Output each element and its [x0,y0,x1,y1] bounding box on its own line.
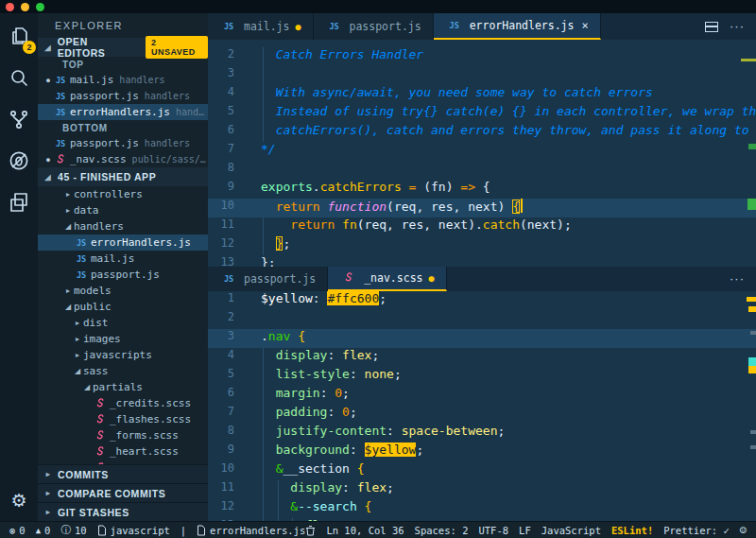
file-icon [197,525,206,536]
tree-folder-handlers[interactable]: ◢handlers [38,218,208,234]
tree-folder-models[interactable]: ▸models [38,283,208,299]
tree-folder-javascripts[interactable]: ▸javascripts [38,347,208,363]
indent-guide [263,480,264,499]
tree-file-_flashes.scss[interactable]: _flashes.scss [38,411,208,427]
tree-item-label: data [74,204,99,217]
code-editor-bottom[interactable]: 1$yellow: #ffc600;23.nav {4 display: fle… [208,291,756,521]
open-editor-item[interactable]: ●_nav.scsspublic/sass/partials [38,151,208,167]
tree-file-_forms.scss[interactable]: _forms.scss [38,427,208,443]
status-lf[interactable]: LF [519,525,531,536]
status-file[interactable]: javascript [97,525,170,536]
status-eslint[interactable]: ESLint! [611,525,653,536]
close-icon[interactable]: × [581,19,588,32]
open-editors-label: OPEN EDITORS [58,36,137,59]
code-line-13: 13 flex: 1; [208,518,756,521]
section-git-stashes[interactable]: ▸ GIT STASHES [38,502,208,521]
tree-file-mail.js[interactable]: JSmail.js [38,251,208,267]
status-trash[interactable] [305,525,316,536]
indent-guide [278,499,279,518]
dirty-dot-icon: ● [38,76,51,85]
section-compare-commits[interactable]: ▸ COMPARE COMMITS [38,483,208,502]
activity-extensions-button[interactable] [6,191,32,217]
tree-folder-dist[interactable]: ▸dist [38,315,208,331]
close-window-button[interactable] [6,3,14,11]
tree-folder-data[interactable]: ▸data [38,202,208,218]
line-number: 6 [208,386,249,405]
open-editor-item[interactable]: JSpassport.jshandlers [38,135,208,151]
tree-item-label: passport.js [91,269,160,281]
open-editor-filename: passport.js [70,137,139,149]
tree-file-passport.js[interactable]: JSpassport.js [38,267,208,283]
file-tree: ▸controllers▸data◢handlersJSerrorHandler… [38,186,208,464]
minimize-window-button[interactable] [21,3,29,11]
editor-area: JSmail.js●JSpassport.jsJSerrorHandlers.j… [208,13,756,521]
chevron-collapsed-icon: ▸ [62,286,74,295]
status-spaces-2[interactable]: Spaces: 2 [415,525,469,536]
tree-item-label: handlers [74,220,124,233]
project-folder-header[interactable]: ◢ 45 - FINISHED APP [38,167,208,186]
sass-file-icon [91,429,110,443]
tree-folder-images[interactable]: ▸images [38,331,208,347]
tab-errorHandlers.js[interactable]: JSerrorHandlers.js× [434,13,601,40]
activity-search-button[interactable] [6,66,32,93]
indent-guide [263,236,264,255]
overview-ruler-marker [747,297,756,302]
status-smiley[interactable]: ☺ [740,524,747,537]
tab-mail.js[interactable]: JSmail.js● [208,13,314,40]
activity-source-control-button[interactable] [6,108,32,134]
tab-passport.js[interactable]: JSpassport.js [314,13,434,40]
open-editors-list: TOP●JSmail.jshandlersJSpassport.jshandle… [38,57,208,167]
maximize-window-button[interactable] [36,3,44,11]
tree-folder-public[interactable]: ◢public [38,299,208,315]
line-number: 1 [208,291,249,310]
indent-guide [263,47,264,66]
gear-icon[interactable]: ⚙ [10,490,26,512]
status-prettier[interactable]: Prettier: ✓ [663,525,730,536]
open-editor-item[interactable]: JSerrorHandlers.jshandlers [38,104,208,120]
status-file[interactable]: errorHandlers.js [197,525,305,536]
tree-folder-controllers[interactable]: ▸controllers [38,186,208,202]
line-number: 8 [208,161,249,180]
tab-_nav.scss[interactable]: _nav.scss● [328,267,446,291]
more-actions-icon[interactable]: ··· [730,274,745,284]
tree-file-errorHandlers.js[interactable]: JSerrorHandlers.js [38,234,208,251]
extensions-icon [8,191,30,217]
tree-file-_heart.scss[interactable]: _heart.scss [38,443,208,460]
status-javascript[interactable]: JavaScript [541,525,601,536]
line-number: 3 [208,66,249,85]
line-number: 9 [208,443,249,461]
section-commits[interactable]: ▸ COMMITS [38,464,208,483]
status-warning[interactable]: ▲0 [36,525,51,536]
activity-explorer-button[interactable]: 2 [6,25,32,51]
status-info[interactable]: ⓘ10 [60,524,86,537]
chevron-collapsed-icon: ▸ [43,489,53,497]
tree-item-label: mail.js [91,252,134,265]
open-editor-item[interactable]: JSpassport.jshandlers [38,88,208,104]
status-utf-8[interactable]: UTF-8 [478,525,508,536]
status-[interactable]: | [180,525,186,536]
tree-item-label: _credits.scss [110,397,191,409]
line-number: 4 [208,348,249,367]
code-line-5: 5 Instead of using try{} catch(e) {} in … [208,104,756,123]
open-editor-path: handlers [145,138,190,148]
tree-folder-sass[interactable]: ◢sass [38,363,208,379]
activity-debug-button[interactable] [6,149,32,176]
open-editor-item[interactable]: ●JSmail.jshandlers [38,72,208,88]
tree-file-_credits.scss[interactable]: _credits.scss [38,395,208,411]
line-number: 3 [208,329,249,348]
more-actions-icon[interactable]: ··· [730,22,745,31]
status-error[interactable]: ⊗0 [9,525,26,536]
open-editors-header[interactable]: ◢ OPEN EDITORS 2 UNSAVED [38,38,208,57]
code-line-9: 9 background: $yellow; [208,443,756,461]
tab-passport.js[interactable]: JSpassport.js [208,267,328,291]
debug-icon [8,149,30,176]
tree-folder-partials[interactable]: ◢partials [38,379,208,395]
sass-file-icon [339,271,358,285]
overview-ruler-marker [748,306,756,312]
status-ln-10-col-36[interactable]: Ln 10, Col 36 [326,525,404,536]
overview-ruler-marker [750,331,756,335]
code-editor-top[interactable]: 2 Catch Errors Handler34 With async/awai… [208,40,756,267]
split-editor-icon[interactable] [705,22,718,32]
open-editor-filename: _nav.scss [70,153,127,165]
indent-guide [263,85,264,104]
